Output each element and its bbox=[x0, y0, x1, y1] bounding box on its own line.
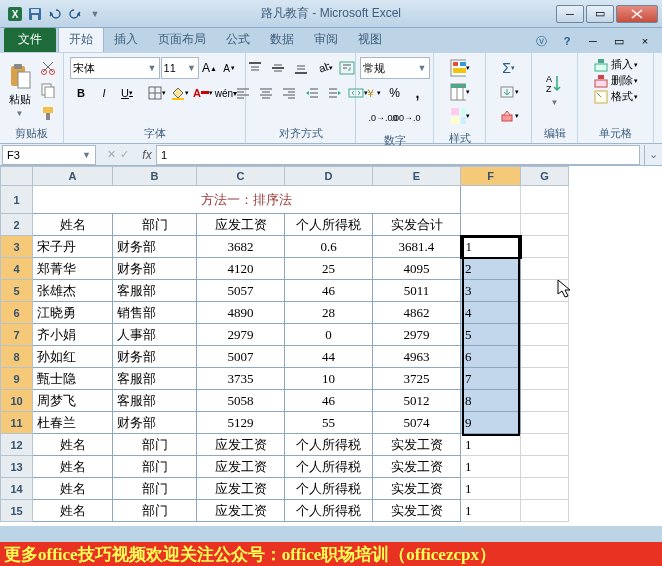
data-cell[interactable]: 0.6 bbox=[285, 236, 373, 258]
data-cell[interactable]: 客服部 bbox=[113, 390, 197, 412]
table-title[interactable]: 方法一：排序法 bbox=[33, 186, 461, 214]
increase-font-icon[interactable]: A▲ bbox=[200, 57, 219, 79]
data-cell[interactable]: 实发工资 bbox=[373, 456, 461, 478]
data-cell[interactable]: 4120 bbox=[197, 258, 285, 280]
data-cell[interactable]: 财务部 bbox=[113, 346, 197, 368]
data-cell[interactable]: 1 bbox=[461, 434, 521, 456]
bold-icon[interactable]: B bbox=[70, 82, 92, 104]
row-header[interactable]: 13 bbox=[1, 456, 33, 478]
align-top-icon[interactable] bbox=[244, 57, 266, 79]
fx-icon[interactable]: fx bbox=[138, 148, 156, 162]
data-cell[interactable]: 3725 bbox=[373, 368, 461, 390]
row-header[interactable]: 5 bbox=[1, 280, 33, 302]
data-cell[interactable]: 2979 bbox=[373, 324, 461, 346]
data-cell[interactable]: 个人所得税 bbox=[285, 500, 373, 522]
align-center-icon[interactable] bbox=[255, 82, 277, 104]
data-cell[interactable]: 财务部 bbox=[113, 412, 197, 434]
insert-cells-button[interactable]: 插入▾ bbox=[594, 57, 638, 72]
excel-icon[interactable]: X bbox=[6, 5, 24, 23]
align-bottom-icon[interactable] bbox=[290, 57, 312, 79]
data-cell[interactable]: 部门 bbox=[113, 478, 197, 500]
autosum-icon[interactable]: Σ▾ bbox=[498, 57, 520, 79]
data-cell[interactable]: 个人所得税 bbox=[285, 434, 373, 456]
format-table-icon[interactable]: ▾ bbox=[449, 81, 471, 103]
number-format-combo[interactable]: 常规▼ bbox=[360, 57, 430, 79]
row-header[interactable]: 1 bbox=[1, 186, 33, 214]
data-cell[interactable]: 5011 bbox=[373, 280, 461, 302]
cell-styles-icon[interactable]: ▾ bbox=[449, 105, 471, 127]
data-cell[interactable]: 4963 bbox=[373, 346, 461, 368]
cut-icon[interactable] bbox=[37, 56, 59, 78]
row-header[interactable]: 15 bbox=[1, 500, 33, 522]
data-cell[interactable]: 3 bbox=[461, 280, 521, 302]
data-cell[interactable]: 9 bbox=[461, 412, 521, 434]
data-cell[interactable]: 姓名 bbox=[33, 434, 113, 456]
paste-button[interactable]: 粘贴 ▼ bbox=[4, 57, 35, 123]
data-cell[interactable]: 4862 bbox=[373, 302, 461, 324]
data-cell[interactable]: 3735 bbox=[197, 368, 285, 390]
data-cell[interactable]: 5057 bbox=[197, 280, 285, 302]
data-cell[interactable]: 28 bbox=[285, 302, 373, 324]
data-cell[interactable]: 实发工资 bbox=[373, 478, 461, 500]
maximize-button[interactable]: ▭ bbox=[586, 5, 614, 23]
data-cell[interactable]: 孙如红 bbox=[33, 346, 113, 368]
data-cell[interactable]: 个人所得税 bbox=[285, 456, 373, 478]
tab-formulas[interactable]: 公式 bbox=[216, 27, 260, 52]
undo-icon[interactable] bbox=[46, 5, 64, 23]
data-cell[interactable]: 3682 bbox=[197, 236, 285, 258]
data-cell[interactable]: 1 bbox=[461, 456, 521, 478]
minimize-button[interactable]: ─ bbox=[556, 5, 584, 23]
data-cell[interactable]: 实发工资 bbox=[373, 500, 461, 522]
data-cell[interactable]: 销售部 bbox=[113, 302, 197, 324]
data-cell[interactable]: 2 bbox=[461, 258, 521, 280]
data-cell[interactable]: 客服部 bbox=[113, 368, 197, 390]
data-cell[interactable]: 8 bbox=[461, 390, 521, 412]
data-cell[interactable]: 江晓勇 bbox=[33, 302, 113, 324]
table-header-cell[interactable]: 个人所得税 bbox=[285, 214, 373, 236]
data-cell[interactable]: 4 bbox=[461, 302, 521, 324]
data-cell[interactable]: 甄士隐 bbox=[33, 368, 113, 390]
data-cell[interactable]: 应发工资 bbox=[197, 478, 285, 500]
col-header[interactable]: B bbox=[113, 167, 197, 186]
align-right-icon[interactable] bbox=[278, 82, 300, 104]
data-cell[interactable]: 部门 bbox=[113, 456, 197, 478]
data-cell[interactable]: 44 bbox=[285, 346, 373, 368]
row-header[interactable]: 11 bbox=[1, 412, 33, 434]
tab-view[interactable]: 视图 bbox=[348, 27, 392, 52]
row-header[interactable]: 14 bbox=[1, 478, 33, 500]
tab-home[interactable]: 开始 bbox=[58, 26, 104, 52]
delete-cells-button[interactable]: 删除▾ bbox=[594, 73, 638, 88]
underline-icon[interactable]: U▾ bbox=[116, 82, 138, 104]
format-painter-icon[interactable] bbox=[37, 102, 59, 124]
data-cell[interactable]: 7 bbox=[461, 368, 521, 390]
name-box[interactable]: F3▼ bbox=[2, 145, 96, 165]
save-icon[interactable] bbox=[26, 5, 44, 23]
data-cell[interactable]: 6 bbox=[461, 346, 521, 368]
data-cell[interactable]: 4890 bbox=[197, 302, 285, 324]
tab-review[interactable]: 审阅 bbox=[304, 27, 348, 52]
data-cell[interactable]: 46 bbox=[285, 280, 373, 302]
data-cell[interactable]: 齐小娟 bbox=[33, 324, 113, 346]
row-header[interactable]: 8 bbox=[1, 346, 33, 368]
font-size-combo[interactable]: 11▼ bbox=[161, 57, 199, 79]
data-cell[interactable]: 姓名 bbox=[33, 478, 113, 500]
data-cell[interactable]: 部门 bbox=[113, 500, 197, 522]
align-left-icon[interactable] bbox=[232, 82, 254, 104]
copy-icon[interactable] bbox=[37, 79, 59, 101]
col-header[interactable]: A bbox=[33, 167, 113, 186]
table-header-cell[interactable]: 实发合计 bbox=[373, 214, 461, 236]
tab-insert[interactable]: 插入 bbox=[104, 27, 148, 52]
file-tab[interactable]: 文件 bbox=[4, 27, 56, 52]
align-middle-icon[interactable] bbox=[267, 57, 289, 79]
help-icon[interactable]: ? bbox=[556, 30, 578, 52]
data-cell[interactable]: 5074 bbox=[373, 412, 461, 434]
data-cell[interactable]: 姓名 bbox=[33, 456, 113, 478]
table-header-cell[interactable]: 应发工资 bbox=[197, 214, 285, 236]
data-cell[interactable]: 应发工资 bbox=[197, 434, 285, 456]
col-header[interactable]: E bbox=[373, 167, 461, 186]
font-name-combo[interactable]: 宋体▼ bbox=[70, 57, 160, 79]
data-cell[interactable]: 1 bbox=[461, 500, 521, 522]
wrap-text-icon[interactable] bbox=[336, 57, 358, 79]
data-cell[interactable]: 1 bbox=[461, 236, 521, 258]
conditional-format-icon[interactable]: ▾ bbox=[449, 57, 471, 79]
